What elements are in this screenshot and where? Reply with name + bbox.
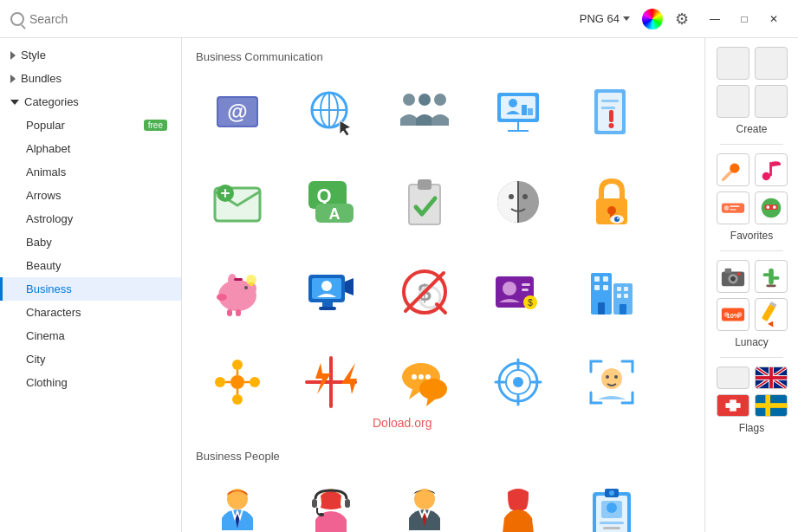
search-box[interactable]: Search — [10, 12, 288, 26]
icon-email[interactable]: @ — [196, 70, 279, 153]
favorite-ticket[interactable] — [717, 191, 749, 224]
svg-rect-175 — [765, 395, 770, 417]
lunacy-cactus[interactable] — [755, 260, 788, 293]
icon-no-dollar[interactable]: $ — [383, 250, 466, 334]
icon-grid-communication: @ — [182, 70, 704, 438]
lunacy-pencil[interactable] — [755, 298, 788, 331]
icon-video-conference[interactable] — [289, 250, 373, 334]
icon-profile-card[interactable]: $ — [477, 250, 560, 334]
sidebar-item-animals[interactable]: Animals — [0, 160, 181, 184]
svg-point-144 — [772, 205, 775, 209]
sidebar-item-alphabet[interactable]: Alphabet — [0, 137, 181, 160]
svg-rect-21 — [601, 107, 615, 109]
maximize-button[interactable]: □ — [730, 7, 758, 31]
flag-switzerland[interactable] — [717, 394, 749, 417]
svg-rect-14 — [522, 105, 527, 115]
svg-rect-139 — [730, 205, 739, 207]
favorites-label: Favorites — [730, 230, 773, 242]
sidebar-item-style[interactable]: Style — [0, 43, 181, 67]
icon-business-man-2[interactable] — [383, 470, 466, 532]
sidebar-item-categories[interactable]: Categories — [0, 90, 181, 114]
icon-chat-bubbles[interactable] — [383, 341, 466, 424]
sidebar-item-characters[interactable]: Characters — [0, 301, 181, 324]
favorite-music[interactable] — [755, 153, 788, 186]
create-thumb-3[interactable] — [717, 85, 749, 118]
sidebar-item-bundles[interactable]: Bundles — [0, 67, 181, 90]
color-wheel-icon[interactable] — [642, 9, 663, 29]
settings-icon[interactable]: ⚙ — [675, 10, 689, 29]
icon-piggy-bank[interactable] — [196, 250, 279, 334]
icon-team-meeting[interactable] — [383, 70, 466, 153]
svg-rect-122 — [319, 513, 324, 516]
favorites-section: Favorites — [712, 153, 791, 242]
sidebar-label-alphabet: Alphabet — [26, 142, 70, 155]
sidebar-label-cinema: Cinema — [26, 329, 65, 342]
close-button[interactable]: ✕ — [760, 7, 788, 31]
sidebar-item-clothing[interactable]: Clothing — [0, 371, 181, 394]
create-thumb-1[interactable] — [717, 47, 749, 80]
favorite-comet[interactable] — [717, 153, 749, 186]
sidebar-item-beauty[interactable]: Beauty — [0, 254, 181, 277]
icon-face-scan[interactable] — [570, 341, 653, 424]
sidebar-item-city[interactable]: City — [0, 347, 181, 371]
sidebar-item-astrology[interactable]: Astrology — [0, 207, 181, 230]
icon-face-split[interactable] — [477, 160, 560, 243]
svg-point-8 — [403, 94, 415, 106]
svg-point-10 — [434, 94, 446, 106]
icon-lightning-cross[interactable] — [289, 341, 373, 424]
chevron-right-icon — [10, 51, 16, 60]
icon-building-chart[interactable] — [570, 250, 653, 334]
icon-clipboard-check[interactable] — [383, 160, 466, 243]
sidebar-label-astrology: Astrology — [26, 212, 73, 225]
icon-id-card[interactable] — [570, 470, 653, 532]
sidebar-item-popular[interactable]: Popular free — [0, 114, 181, 137]
svg-point-109 — [513, 377, 523, 387]
sidebar-item-baby[interactable]: Baby — [0, 230, 181, 254]
sidebar-item-cinema[interactable]: Cinema — [0, 324, 181, 347]
svg-rect-146 — [724, 269, 731, 274]
section-title-people: Business People — [182, 438, 704, 470]
sidebar-item-business[interactable]: Business — [0, 277, 181, 301]
svg-point-53 — [244, 286, 248, 289]
icon-headset-woman[interactable] — [289, 470, 373, 532]
flag-germany[interactable] — [717, 367, 749, 389]
svg-rect-169 — [769, 367, 773, 389]
create-label: Create — [736, 123, 767, 135]
svg-point-47 — [614, 217, 620, 222]
sidebar-label-characters: Characters — [26, 306, 81, 319]
svg-rect-55 — [227, 309, 232, 316]
svg-point-105 — [419, 379, 447, 399]
svg-rect-76 — [594, 276, 600, 282]
favorite-ninja[interactable] — [755, 191, 788, 224]
icon-globe-cursor[interactable] — [289, 70, 373, 153]
search-label: Search — [29, 12, 68, 26]
svg-marker-159 — [767, 320, 775, 328]
svg-rect-63 — [319, 307, 336, 310]
svg-rect-54 — [234, 278, 243, 281]
svg-point-91 — [232, 394, 243, 405]
create-thumb-2[interactable] — [755, 47, 788, 80]
create-thumbnails — [717, 47, 788, 118]
icon-business-woman[interactable] — [477, 470, 560, 532]
svg-rect-136 — [769, 162, 772, 177]
svg-point-40 — [509, 194, 514, 199]
png-format-selector[interactable]: PNG 64 — [580, 12, 630, 25]
lunacy-camera[interactable] — [717, 260, 749, 293]
svg-text:10%: 10% — [726, 312, 739, 320]
create-section: Create — [712, 47, 791, 135]
sidebar-item-arrows[interactable]: Arrows — [0, 184, 181, 207]
icon-padlock[interactable] — [570, 160, 653, 243]
lunacy-coupon[interactable]: 10% — [717, 298, 749, 331]
icon-network-node[interactable] — [196, 341, 279, 424]
icon-presentation[interactable] — [477, 70, 560, 153]
icon-business-man[interactable] — [196, 470, 279, 532]
icon-target-scope[interactable] — [477, 341, 560, 424]
icon-document-info[interactable] — [570, 70, 653, 153]
minimize-button[interactable]: — — [701, 7, 729, 31]
flag-uk[interactable] — [755, 367, 788, 389]
create-thumb-4[interactable] — [755, 85, 788, 118]
svg-point-103 — [418, 374, 424, 380]
icon-envelope-plus[interactable] — [196, 160, 279, 243]
flag-sweden[interactable] — [755, 394, 788, 417]
icon-qa-chat[interactable]: Q A — [289, 160, 373, 243]
